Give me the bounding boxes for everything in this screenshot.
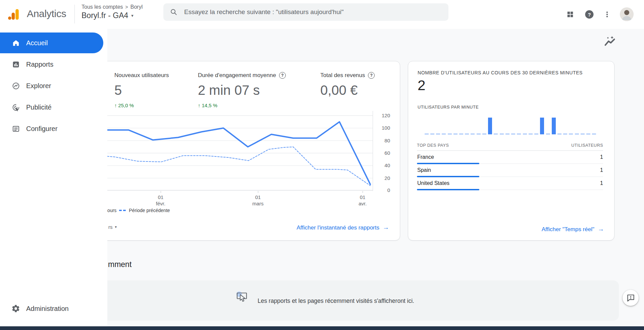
help-icon[interactable]: ? — [584, 9, 595, 20]
minute-baseline-dash — [511, 134, 515, 134]
recently-viewed-heading: mment — [108, 260, 131, 269]
date-range-label: rs — [108, 224, 113, 230]
minute-baseline-dash — [500, 134, 504, 134]
country-users-bar — [417, 163, 479, 164]
metric-label: Total des revenus? — [320, 72, 375, 79]
metric-value: 2 min 07 s — [198, 83, 286, 98]
sidebar-item-label: Accueil — [26, 39, 48, 47]
y-axis-tick-label: 0 — [377, 187, 390, 193]
countries-table-header: TOP DES PAYS UTILISATEURS — [417, 143, 603, 148]
realtime-report-link-label: Afficher "Temps réel" — [542, 226, 594, 233]
y-axis-tick-label: 60 — [377, 150, 390, 156]
breadcrumb-accounts: Tous les comptes — [82, 4, 123, 10]
ads-icon — [11, 103, 20, 112]
arrow-right-icon: → — [598, 225, 604, 233]
realtime-title: NOMBRE D'UTILISATEURS AU COURS DES 30 DE… — [418, 70, 583, 75]
reports-icon — [11, 60, 20, 69]
sidebar-item-rapports[interactable]: Rapports — [0, 54, 103, 75]
sidebar-item-accueil[interactable]: Accueil — [0, 32, 103, 53]
metric-delta-value: 14,5 % — [202, 103, 218, 108]
country-row: France1 — [417, 152, 603, 166]
minute-baseline-dash — [453, 134, 458, 134]
dashed-line-swatch-icon — [119, 210, 126, 211]
countries-header-divider — [417, 150, 603, 151]
realtime-report-link[interactable]: Afficher "Temps réel"→ — [542, 225, 604, 233]
x-axis-tick-mark — [258, 191, 258, 193]
country-users-value: 1 — [600, 154, 603, 160]
sidebar-item-explorer[interactable]: Explorer — [0, 75, 103, 96]
property-switcher[interactable]: Boryl.fr - GA4▾ — [82, 11, 133, 20]
reports-snapshot-link-label: Afficher l'instantané des rapports — [297, 224, 379, 231]
metric-label-text: Total des revenus — [320, 72, 365, 78]
header-divider — [74, 5, 75, 23]
countries-col-left: TOP DES PAYS — [417, 143, 449, 148]
minute-baseline-dash — [563, 134, 567, 134]
countries-table: France1Spain1United States1 — [417, 152, 603, 193]
apps-grid-icon[interactable] — [565, 9, 576, 20]
x-axis-tick-label: 01mars — [243, 194, 273, 207]
country-users-value: 1 — [600, 167, 603, 173]
metric-0: Nouveaux utilisateurs5↑25,0 % — [114, 72, 169, 108]
metric-label-text: Durée d'engagement moyenne — [198, 72, 276, 78]
x-axis-tick-mark — [161, 191, 161, 193]
arrow-right-icon: → — [383, 224, 389, 231]
minute-baseline-dash — [494, 134, 498, 134]
legend-current-label: jours — [106, 208, 116, 213]
y-axis-tick-label: 120 — [377, 113, 390, 118]
metric-label: Nouveaux utilisateurs — [114, 72, 169, 79]
minute-baseline-dash — [569, 134, 573, 134]
breadcrumb[interactable]: Tous les comptes>Boryl — [82, 4, 143, 10]
legend-previous-label: Période précédente — [129, 208, 170, 213]
y-axis-tick-label: 100 — [377, 125, 390, 131]
minute-baseline-dash — [448, 134, 452, 134]
reports-snapshot-link[interactable]: Afficher l'instantané des rapports→ — [297, 224, 389, 231]
sidebar-item-configurer[interactable]: Configurer — [0, 118, 103, 139]
minute-baseline-dash — [592, 134, 596, 134]
app-header: Analytics Tous les comptes>Boryl Boryl.f… — [0, 0, 644, 29]
y-axis-tick-label: 80 — [377, 138, 390, 143]
minute-baseline-dash — [459, 134, 463, 134]
property-name: Boryl.fr - GA4 — [82, 11, 128, 20]
date-range-selector[interactable]: rs▾ — [108, 224, 117, 230]
svg-text:?: ? — [588, 12, 591, 17]
sidebar-item-publicité[interactable]: Publicité — [0, 97, 103, 118]
minute-baseline-dash — [546, 134, 550, 134]
minute-baseline-dash — [557, 134, 561, 134]
sidebar-nav: AccueilRapportsExplorerPublicitéConfigur… — [0, 29, 107, 330]
minute-baseline-dash — [436, 134, 440, 134]
x-axis-tick-label: 01avr. — [347, 194, 378, 207]
x-axis-tick-mark — [363, 191, 363, 193]
metric-delta: ↑25,0 % — [114, 103, 169, 108]
metric-help-icon[interactable]: ? — [368, 72, 375, 79]
search-bar[interactable] — [163, 3, 448, 21]
metric-value: 0,00 € — [320, 83, 375, 98]
country-users-bar — [417, 189, 479, 190]
minute-bar — [540, 118, 544, 134]
arrow-up-icon: ↑ — [198, 103, 201, 108]
minute-baseline-dash — [477, 134, 481, 134]
sidebar-item-label: Publicité — [26, 104, 52, 111]
minute-baseline-dash — [471, 134, 475, 134]
metric-help-icon[interactable]: ? — [279, 72, 286, 79]
minute-bar — [552, 118, 556, 134]
breadcrumb-account: Boryl — [130, 4, 143, 10]
users-per-minute-label: UTILISATEURS PAR MINUTE — [418, 105, 479, 110]
avatar[interactable] — [620, 7, 634, 21]
metric-delta: ↑14,5 % — [198, 103, 286, 108]
sidebar-item-label: Explorer — [26, 82, 51, 90]
metric-1: Durée d'engagement moyenne?2 min 07 s↑14… — [198, 72, 286, 108]
realtime-card: NOMBRE D'UTILISATEURS AU COURS DES 30 DE… — [408, 61, 614, 241]
more-vert-icon[interactable] — [601, 9, 613, 20]
feedback-button[interactable] — [623, 290, 639, 306]
search-input[interactable] — [183, 8, 442, 16]
minute-baseline-dash — [517, 134, 521, 134]
realtime-users-value: 2 — [418, 77, 425, 93]
brand-title: Analytics — [27, 8, 66, 19]
minute-baseline-dash — [523, 134, 527, 134]
sidebar-item-administration[interactable]: Administration — [0, 298, 103, 319]
minute-baseline-dash — [534, 134, 538, 134]
insights-icon[interactable] — [603, 35, 618, 48]
minute-baseline-dash — [575, 134, 579, 134]
search-icon — [170, 8, 177, 16]
recently-viewed-panel: Les rapports et les pages récemment visi… — [32, 280, 619, 321]
